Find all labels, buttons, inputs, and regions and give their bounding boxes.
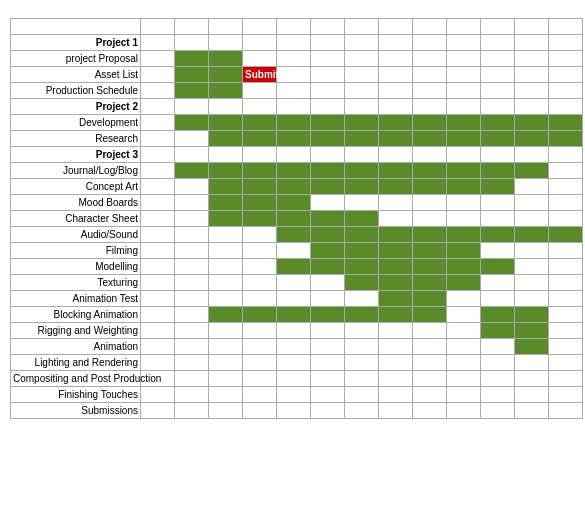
schedule-cell — [549, 371, 583, 387]
schedule-cell — [515, 403, 549, 419]
row-label: Production Schedule — [11, 83, 141, 99]
schedule-cell — [209, 211, 243, 227]
schedule-cell — [345, 355, 379, 371]
schedule-cell — [447, 323, 481, 339]
schedule-cell — [311, 227, 345, 243]
row-label: Research — [11, 131, 141, 147]
row-label: Lighting and Rendering — [11, 355, 141, 371]
schedule-cell — [345, 131, 379, 147]
schedule-cell — [549, 291, 583, 307]
schedule-cell — [515, 51, 549, 67]
schedule-cell — [447, 147, 481, 163]
schedule-cell — [311, 83, 345, 99]
schedule-cell — [515, 131, 549, 147]
schedule-cell — [243, 163, 277, 179]
schedule-cell — [379, 259, 413, 275]
schedule-cell — [481, 131, 515, 147]
row-label: project Proposal — [11, 51, 141, 67]
schedule-cell — [141, 131, 175, 147]
schedule-cell — [175, 323, 209, 339]
schedule-cell — [413, 227, 447, 243]
schedule-cell — [447, 131, 481, 147]
schedule-cell — [549, 387, 583, 403]
schedule-cell — [209, 243, 243, 259]
schedule-cell — [175, 115, 209, 131]
schedule-cell — [515, 83, 549, 99]
schedule-cell — [515, 371, 549, 387]
schedule-cell — [175, 291, 209, 307]
schedule-cell — [413, 323, 447, 339]
schedule-cell — [141, 147, 175, 163]
row-label: Texturing — [11, 275, 141, 291]
schedule-cell — [277, 83, 311, 99]
schedule-cell — [243, 131, 277, 147]
schedule-cell — [481, 51, 515, 67]
schedule-cell — [209, 403, 243, 419]
schedule-cell — [209, 339, 243, 355]
schedule-cell — [447, 355, 481, 371]
row-label: Submissions — [11, 403, 141, 419]
schedule-cell — [243, 195, 277, 211]
schedule-cell — [481, 323, 515, 339]
schedule-cell — [243, 227, 277, 243]
schedule-cell — [345, 387, 379, 403]
schedule-cell — [447, 243, 481, 259]
schedule-cell — [175, 131, 209, 147]
schedule-cell — [447, 115, 481, 131]
row-label: Project 3 — [11, 147, 141, 163]
schedule-cell — [515, 35, 549, 51]
schedule-cell — [447, 195, 481, 211]
schedule-cell — [311, 291, 345, 307]
row-label — [11, 19, 141, 35]
schedule-cell — [243, 19, 277, 35]
schedule-cell — [413, 371, 447, 387]
schedule-cell — [379, 339, 413, 355]
schedule-cell — [277, 339, 311, 355]
schedule-cell — [141, 51, 175, 67]
schedule-cell — [311, 195, 345, 211]
schedule-cell — [447, 275, 481, 291]
schedule-cell — [549, 51, 583, 67]
row-label: Asset List — [11, 67, 141, 83]
schedule-cell — [277, 307, 311, 323]
schedule-cell — [209, 67, 243, 83]
schedule-cell — [243, 291, 277, 307]
schedule-cell — [345, 19, 379, 35]
schedule-cell — [277, 35, 311, 51]
schedule-cell — [447, 99, 481, 115]
schedule-cell — [277, 115, 311, 131]
schedule-cell — [549, 83, 583, 99]
schedule-cell — [549, 147, 583, 163]
schedule-cell — [413, 19, 447, 35]
schedule-cell — [413, 243, 447, 259]
schedule-cell — [481, 99, 515, 115]
schedule-cell — [481, 67, 515, 83]
schedule-cell — [141, 275, 175, 291]
schedule-cell — [141, 243, 175, 259]
schedule-cell — [243, 83, 277, 99]
schedule-cell — [175, 19, 209, 35]
schedule-cell — [277, 243, 311, 259]
schedule-cell — [209, 131, 243, 147]
schedule-cell — [311, 67, 345, 83]
schedule-cell — [141, 387, 175, 403]
schedule-cell — [481, 371, 515, 387]
schedule-cell — [243, 275, 277, 291]
schedule-cell — [379, 99, 413, 115]
schedule-cell — [549, 227, 583, 243]
schedule-cell — [481, 163, 515, 179]
schedule-cell — [379, 275, 413, 291]
schedule-cell — [243, 115, 277, 131]
schedule-cell — [209, 51, 243, 67]
schedule-cell — [515, 99, 549, 115]
schedule-cell — [481, 83, 515, 99]
schedule-cell — [481, 35, 515, 51]
row-label: Finishing Touches — [11, 387, 141, 403]
schedule-cell — [277, 179, 311, 195]
schedule-cell — [481, 339, 515, 355]
schedule-cell — [175, 355, 209, 371]
schedule-cell — [311, 259, 345, 275]
schedule-cell — [243, 387, 277, 403]
schedule-table: Project 1project ProposalAsset ListSubmi… — [10, 18, 583, 419]
schedule-cell — [413, 131, 447, 147]
